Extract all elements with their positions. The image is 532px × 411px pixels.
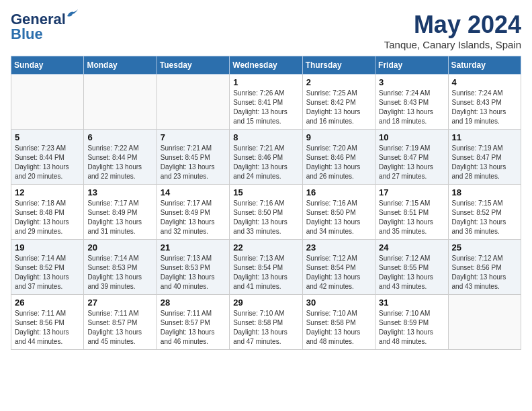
calendar-cell: 28Sunrise: 7:11 AM Sunset: 8:57 PM Dayli… [157,295,229,350]
calendar-cell: 22Sunrise: 7:13 AM Sunset: 8:54 PM Dayli… [230,240,302,295]
calendar-cell: 3Sunrise: 7:24 AM Sunset: 8:43 PM Daylig… [375,75,448,130]
day-number: 22 [233,242,298,253]
calendar-cell: 14Sunrise: 7:17 AM Sunset: 8:49 PM Dayli… [157,185,229,240]
calendar-cell: 31Sunrise: 7:10 AM Sunset: 8:59 PM Dayli… [375,295,448,350]
day-info: Sunrise: 7:23 AM Sunset: 8:44 PM Dayligh… [15,144,80,181]
day-info: Sunrise: 7:19 AM Sunset: 8:47 PM Dayligh… [379,144,444,181]
day-number: 2 [306,77,371,87]
calendar-cell [157,75,229,130]
day-number: 16 [306,187,371,197]
calendar-cell: 25Sunrise: 7:12 AM Sunset: 8:56 PM Dayli… [448,240,521,295]
day-number: 24 [379,242,444,253]
calendar-cell: 29Sunrise: 7:10 AM Sunset: 8:58 PM Dayli… [230,295,302,350]
location: Tanque, Canary Islands, Spain [384,39,521,50]
calendar-cell: 9Sunrise: 7:20 AM Sunset: 8:46 PM Daylig… [302,130,375,185]
calendar-cell: 11Sunrise: 7:19 AM Sunset: 8:47 PM Dayli… [448,130,521,185]
calendar-cell: 23Sunrise: 7:12 AM Sunset: 8:54 PM Dayli… [302,240,375,295]
day-info: Sunrise: 7:20 AM Sunset: 8:46 PM Dayligh… [306,144,371,181]
logo: General Blue [11,11,66,43]
day-number: 30 [306,298,371,308]
day-info: Sunrise: 7:12 AM Sunset: 8:54 PM Dayligh… [306,254,371,291]
day-number: 4 [452,77,517,87]
weekday-header-tuesday: Tuesday [157,56,229,75]
calendar-week-4: 19Sunrise: 7:14 AM Sunset: 8:52 PM Dayli… [11,240,521,295]
calendar-cell: 5Sunrise: 7:23 AM Sunset: 8:44 PM Daylig… [11,130,84,185]
day-info: Sunrise: 7:10 AM Sunset: 8:58 PM Dayligh… [233,309,298,347]
calendar-header-row: SundayMondayTuesdayWednesdayThursdayFrid… [11,56,521,75]
day-number: 25 [452,242,517,253]
day-number: 8 [233,132,298,142]
weekday-header-monday: Monday [84,56,157,75]
calendar-cell: 16Sunrise: 7:16 AM Sunset: 8:50 PM Dayli… [302,185,375,240]
calendar-cell [11,75,84,130]
day-info: Sunrise: 7:15 AM Sunset: 8:51 PM Dayligh… [379,199,444,236]
calendar-cell [84,75,157,130]
calendar-cell: 26Sunrise: 7:11 AM Sunset: 8:56 PM Dayli… [11,295,84,350]
calendar-cell: 13Sunrise: 7:17 AM Sunset: 8:49 PM Dayli… [84,185,157,240]
calendar-cell: 6Sunrise: 7:22 AM Sunset: 8:44 PM Daylig… [84,130,157,185]
title-block: May 2024 Tanque, Canary Islands, Spain [384,11,521,50]
day-number: 29 [233,298,298,308]
calendar-cell: 10Sunrise: 7:19 AM Sunset: 8:47 PM Dayli… [375,130,448,185]
weekday-header-thursday: Thursday [302,56,375,75]
day-number: 21 [161,242,226,253]
calendar-cell: 15Sunrise: 7:16 AM Sunset: 8:50 PM Dayli… [230,185,302,240]
logo-bird-icon [66,8,78,19]
calendar-cell: 17Sunrise: 7:15 AM Sunset: 8:51 PM Dayli… [375,185,448,240]
day-info: Sunrise: 7:14 AM Sunset: 8:53 PM Dayligh… [87,254,152,291]
day-info: Sunrise: 7:16 AM Sunset: 8:50 PM Dayligh… [306,199,371,236]
weekday-header-friday: Friday [375,56,448,75]
day-number: 7 [161,132,226,142]
day-number: 6 [87,132,152,142]
day-number: 13 [87,187,152,197]
calendar-cell: 1Sunrise: 7:26 AM Sunset: 8:41 PM Daylig… [230,75,302,130]
day-number: 23 [306,242,371,253]
calendar-cell: 8Sunrise: 7:21 AM Sunset: 8:46 PM Daylig… [230,130,302,185]
calendar-table: SundayMondayTuesdayWednesdayThursdayFrid… [11,56,521,350]
calendar-cell: 27Sunrise: 7:11 AM Sunset: 8:57 PM Dayli… [84,295,157,350]
calendar-cell: 12Sunrise: 7:18 AM Sunset: 8:48 PM Dayli… [11,185,84,240]
day-info: Sunrise: 7:12 AM Sunset: 8:56 PM Dayligh… [452,254,517,291]
calendar-body: 1Sunrise: 7:26 AM Sunset: 8:41 PM Daylig… [11,75,521,350]
day-number: 3 [379,77,444,87]
day-number: 12 [15,187,80,197]
calendar-week-2: 5Sunrise: 7:23 AM Sunset: 8:44 PM Daylig… [11,130,521,185]
day-number: 27 [87,298,152,308]
day-info: Sunrise: 7:24 AM Sunset: 8:43 PM Dayligh… [379,89,444,126]
calendar-cell: 18Sunrise: 7:15 AM Sunset: 8:52 PM Dayli… [448,185,521,240]
calendar-cell: 4Sunrise: 7:24 AM Sunset: 8:43 PM Daylig… [448,75,521,130]
weekday-header-sunday: Sunday [11,56,84,75]
weekday-header-saturday: Saturday [448,56,521,75]
page-header: General Blue May 2024 Tanque, Canary Isl… [11,11,521,50]
day-info: Sunrise: 7:24 AM Sunset: 8:43 PM Dayligh… [452,89,517,126]
day-info: Sunrise: 7:15 AM Sunset: 8:52 PM Dayligh… [452,199,517,236]
day-number: 17 [379,187,444,197]
calendar-cell: 20Sunrise: 7:14 AM Sunset: 8:53 PM Dayli… [84,240,157,295]
day-info: Sunrise: 7:22 AM Sunset: 8:44 PM Dayligh… [87,144,152,181]
day-info: Sunrise: 7:11 AM Sunset: 8:56 PM Dayligh… [15,309,80,347]
day-number: 20 [87,242,152,253]
calendar-cell: 21Sunrise: 7:13 AM Sunset: 8:53 PM Dayli… [157,240,229,295]
day-number: 5 [15,132,80,142]
calendar-cell: 19Sunrise: 7:14 AM Sunset: 8:52 PM Dayli… [11,240,84,295]
month-title: May 2024 [384,11,521,39]
day-info: Sunrise: 7:16 AM Sunset: 8:50 PM Dayligh… [233,199,298,236]
day-info: Sunrise: 7:11 AM Sunset: 8:57 PM Dayligh… [87,309,152,347]
calendar-cell: 2Sunrise: 7:25 AM Sunset: 8:42 PM Daylig… [302,75,375,130]
day-info: Sunrise: 7:14 AM Sunset: 8:52 PM Dayligh… [15,254,80,291]
day-info: Sunrise: 7:26 AM Sunset: 8:41 PM Dayligh… [233,89,298,126]
day-info: Sunrise: 7:13 AM Sunset: 8:53 PM Dayligh… [161,254,226,291]
day-info: Sunrise: 7:11 AM Sunset: 8:57 PM Dayligh… [161,309,226,347]
calendar-cell: 7Sunrise: 7:21 AM Sunset: 8:45 PM Daylig… [157,130,229,185]
day-info: Sunrise: 7:19 AM Sunset: 8:47 PM Dayligh… [452,144,517,181]
logo-general: General [11,11,66,28]
day-info: Sunrise: 7:17 AM Sunset: 8:49 PM Dayligh… [161,199,226,236]
calendar-week-5: 26Sunrise: 7:11 AM Sunset: 8:56 PM Dayli… [11,295,521,350]
day-info: Sunrise: 7:13 AM Sunset: 8:54 PM Dayligh… [233,254,298,291]
calendar-week-3: 12Sunrise: 7:18 AM Sunset: 8:48 PM Dayli… [11,185,521,240]
day-number: 31 [379,298,444,308]
day-number: 14 [161,187,226,197]
calendar-cell [448,295,521,350]
day-number: 26 [15,298,80,308]
day-info: Sunrise: 7:17 AM Sunset: 8:49 PM Dayligh… [87,199,152,236]
